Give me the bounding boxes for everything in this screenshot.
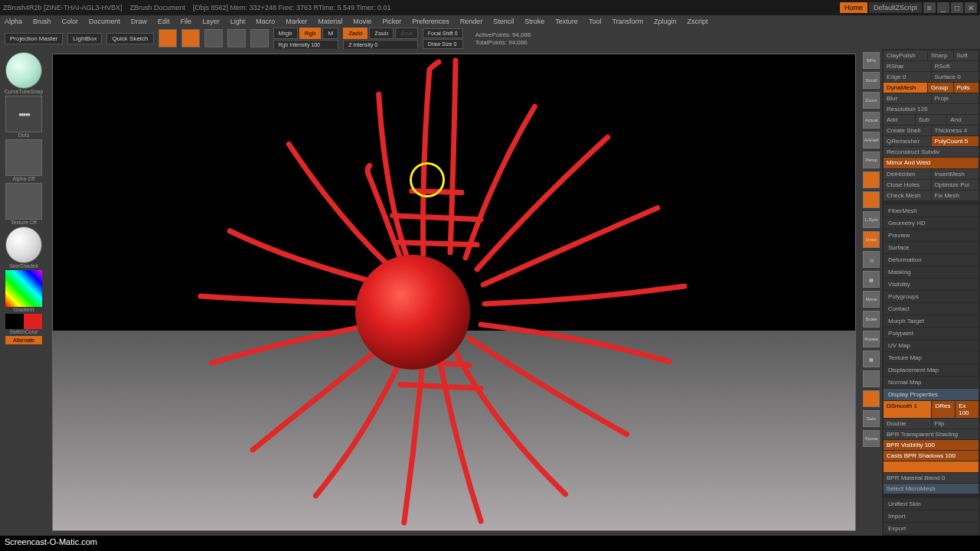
bpr-material-blend-slider[interactable]: BPR Material Blend 0 [884, 473, 978, 483]
zadd-button[interactable]: Zadd [343, 28, 368, 39]
menu-draw[interactable]: Draw [131, 18, 147, 25]
scale-mode-icon[interactable]: Scale [863, 311, 880, 328]
section-preview[interactable]: Preview [884, 230, 978, 241]
menu-macro[interactable]: Macro [256, 18, 275, 25]
alternate-button[interactable]: Alternate [5, 336, 42, 344]
draw-size-slider[interactable]: Draw Size 0 [423, 39, 463, 49]
rsoft-button[interactable]: RSoft [932, 61, 979, 71]
viewport[interactable] [52, 54, 856, 531]
minimize-icon[interactable]: _ [937, 2, 949, 13]
menu-edit[interactable]: Edit [158, 18, 170, 25]
menu-marker[interactable]: Marker [286, 18, 307, 25]
section-unifiedskin[interactable]: Unified Skin [884, 498, 978, 510]
sharp-button[interactable]: Sharp [928, 51, 953, 60]
menu-preferences[interactable]: Preferences [412, 18, 449, 25]
surface-slider[interactable]: Surface 0 [932, 72, 979, 82]
quicksketch-button[interactable]: Quick Sketch [106, 33, 153, 44]
frame-icon[interactable]: ◎ [863, 251, 880, 268]
menu-picker[interactable]: Picker [382, 18, 401, 25]
bpr-transparent-button[interactable]: BPR Transparent Shading [884, 429, 978, 439]
zoom-icon[interactable]: Zoom [863, 92, 880, 109]
project-button[interactable]: Proje [932, 93, 979, 103]
menu-render[interactable]: Render [460, 18, 483, 25]
mirror-weld-button[interactable]: Mirror And Weld [884, 158, 978, 168]
flip-button[interactable]: Flip [932, 419, 979, 429]
rgb-intensity-slider[interactable]: Rgb Intensity 100 [273, 40, 339, 50]
claypolish-button[interactable]: ClayPolish [884, 51, 927, 60]
draw-mode-icon[interactable]: Draw [863, 231, 880, 248]
menu-stroke[interactable]: Stroke [524, 18, 544, 25]
dynamesh-button[interactable]: DynaMesh [884, 83, 927, 93]
menu-document[interactable]: Document [89, 18, 120, 25]
lightbox-button[interactable]: LightBox [67, 33, 102, 44]
home-button[interactable]: Home [840, 2, 867, 13]
xpose-icon[interactable]: Xpose [863, 430, 880, 447]
section-polygroups[interactable]: Polygroups [884, 291, 978, 302]
section-morphtarget[interactable]: Morph Target [884, 315, 978, 327]
thickness-slider[interactable]: Thickness 4 [932, 126, 979, 135]
move-icon[interactable] [204, 29, 223, 47]
lsym-sub-icon[interactable] [863, 191, 880, 208]
section-import[interactable]: Import [884, 510, 978, 522]
transp-icon[interactable] [863, 370, 880, 387]
actual-icon[interactable]: Actual [863, 112, 880, 129]
menu-color[interactable]: Color [62, 18, 79, 25]
section-geometryhd[interactable]: Geometry HD [884, 217, 978, 229]
polycount-slider[interactable]: PolyCount 5 [932, 136, 979, 146]
optimize-button[interactable]: Optimize Poi [932, 180, 979, 190]
create-shell-button[interactable]: Create Shell [884, 126, 931, 135]
mrgb-button[interactable]: Mrgb [273, 28, 298, 39]
and-button[interactable]: And [947, 115, 978, 125]
edit-icon[interactable] [158, 29, 177, 47]
edge-slider[interactable]: Edge 0 [884, 72, 931, 82]
section-export[interactable]: Export [884, 523, 978, 534]
menu-light[interactable]: Light [230, 18, 246, 25]
section-displayproperties[interactable]: Display Properties [884, 389, 978, 400]
group-button[interactable]: Group [928, 83, 953, 93]
zsub-button[interactable]: Zsub [369, 28, 394, 39]
resolution-slider[interactable]: Resolution 128 [884, 104, 978, 114]
dsmooth-slider[interactable]: DSmooth 1 [884, 401, 931, 418]
menu-movie[interactable]: Movie [353, 18, 371, 25]
scroll-icon[interactable]: Scroll [863, 72, 880, 89]
draw-icon[interactable] [181, 29, 200, 47]
stroke-swatch[interactable] [5, 96, 42, 132]
insertmesh-button[interactable]: InsertMesh [932, 169, 979, 179]
rshar-button[interactable]: RShar [884, 61, 931, 71]
menu-tool[interactable]: Tool [589, 18, 602, 25]
ex-slider[interactable]: Ex 100 [956, 401, 978, 418]
menu-texture[interactable]: Texture [555, 18, 578, 25]
spix-icon[interactable]: SPix [863, 52, 880, 69]
projection-master-button[interactable]: Projection Master [5, 33, 63, 44]
rgb-button[interactable]: Rgb [299, 28, 322, 39]
section-fibermesh[interactable]: FiberMesh [884, 205, 978, 217]
section-surface[interactable]: Surface [884, 242, 978, 253]
select-micromesh-button[interactable]: Select MicroMesh [884, 484, 978, 494]
material-swatch[interactable] [5, 227, 42, 263]
maximize-icon[interactable]: □ [951, 2, 963, 13]
section-masking[interactable]: Masking [884, 266, 978, 278]
reconstruct-button[interactable]: Reconstruct Subdiv [884, 147, 978, 157]
alpha-swatch[interactable] [5, 139, 42, 176]
blur-button[interactable]: Blur [884, 93, 931, 103]
bpr-visibility-slider[interactable]: BPR Visibility 100 [884, 440, 978, 450]
fixmesh-button[interactable]: Fix Mesh [932, 191, 979, 201]
focal-shift-slider[interactable]: Focal Shift 0 [423, 28, 463, 38]
bpr-shadows-slider[interactable]: Casts BPR Shadows 100 [884, 451, 978, 461]
polyframe-icon[interactable]: ▦ [863, 350, 880, 367]
primary-color-swatch[interactable] [24, 314, 42, 329]
double-button[interactable]: Double [884, 419, 931, 429]
close-icon[interactable]: ✕ [965, 2, 977, 13]
floor-icon[interactable] [863, 171, 880, 188]
add-button[interactable]: Add [884, 115, 915, 125]
brush-swatch[interactable] [5, 52, 42, 89]
color-swatches[interactable] [5, 314, 42, 329]
aahalf-icon[interactable]: AAHalf [863, 132, 880, 148]
section-displacementmap[interactable]: Displacement Map [884, 364, 978, 376]
secondary-color-swatch[interactable] [5, 314, 24, 329]
rotate-icon[interactable] [250, 29, 269, 47]
menu-layer[interactable]: Layer [202, 18, 220, 25]
section-deformation[interactable]: Deformation [884, 254, 978, 266]
menu-file[interactable]: File [181, 18, 192, 25]
dres-button[interactable]: DRes [932, 401, 955, 418]
